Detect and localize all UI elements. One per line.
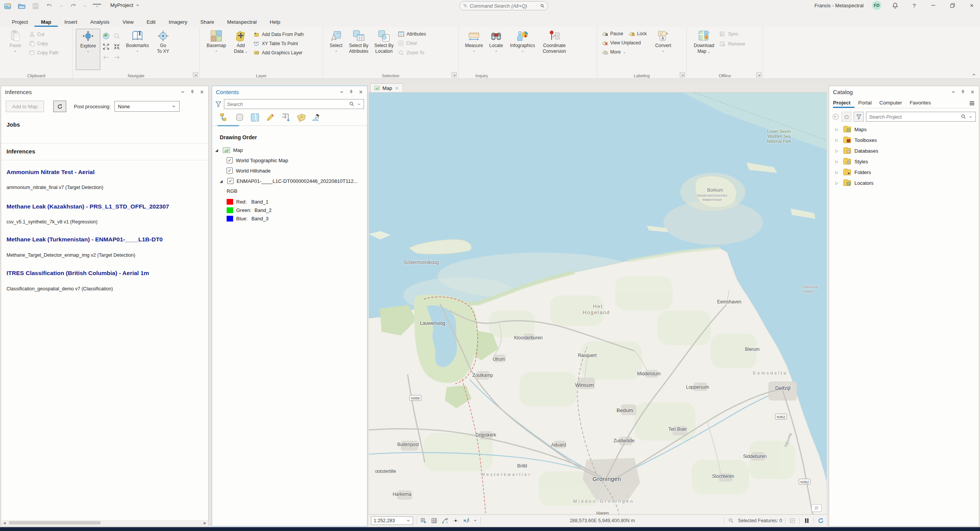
command-search[interactable]: [459, 1, 548, 10]
command-search-input[interactable]: [470, 3, 538, 9]
list-by-snapping-icon[interactable]: [281, 113, 290, 122]
clear-selected-icon[interactable]: [789, 517, 796, 524]
catalog-tab-favorites[interactable]: Favorites: [906, 98, 935, 108]
close-map-tab-icon[interactable]: [395, 86, 399, 90]
catalog-search[interactable]: [866, 112, 976, 122]
select-by-attributes-button[interactable]: Select By Attributes: [346, 29, 371, 54]
pause-labeling-button[interactable]: Pause: [602, 31, 623, 36]
scrollbar-thumb[interactable]: [9, 521, 101, 524]
next-extent-icon[interactable]: [112, 52, 122, 62]
previous-extent-icon[interactable]: [101, 52, 111, 62]
more-labeling-button[interactable]: More ⌄: [602, 49, 647, 55]
undo-icon[interactable]: [45, 2, 54, 10]
view-unplaced-button[interactable]: View Unplaced: [602, 40, 647, 46]
tree-node-layer[interactable]: ◢ ✓ ENMAP01-____L1C-DT0000002446_2022081…: [220, 178, 367, 184]
tree-node-layer[interactable]: ✓ World Hillshade: [227, 168, 367, 174]
north-arrow-icon[interactable]: N: [462, 517, 470, 524]
grid-icon[interactable]: [430, 517, 438, 524]
catalog-tab-portal[interactable]: Portal: [854, 98, 875, 108]
layout-grid-add-icon[interactable]: [420, 517, 427, 524]
tab-share[interactable]: Share: [194, 18, 220, 27]
inference-item[interactable]: Methane Leak (Turkmenistan) - ENMAP01-__…: [1, 236, 208, 258]
search-chevron-icon[interactable]: [969, 115, 973, 119]
tab-metaspectral[interactable]: Metaspectral: [220, 18, 263, 27]
user-name[interactable]: Francis - Metaspectral: [814, 3, 864, 8]
tab-project[interactable]: Project: [5, 18, 34, 27]
catalog-filter-funnel-icon[interactable]: [854, 112, 864, 122]
list-by-data-source-icon[interactable]: [235, 113, 244, 122]
infographics-button[interactable]: Infographics ⌄: [506, 29, 539, 53]
inferences-pin-icon[interactable]: [190, 90, 195, 94]
close-window-button[interactable]: [966, 1, 977, 10]
scale-select[interactable]: 1:252,283: [371, 516, 413, 525]
clear-button[interactable]: Clear: [398, 41, 426, 46]
tab-imagery[interactable]: Imagery: [162, 18, 194, 27]
customize-quick-access-icon[interactable]: [93, 4, 101, 8]
selection-dialog-launcher[interactable]: ⇲: [452, 72, 457, 77]
navigate-dialog-launcher[interactable]: ⇲: [193, 72, 198, 77]
add-data-button[interactable]: Add Data ⌄: [230, 29, 252, 54]
project-title[interactable]: MyProject: [110, 2, 140, 8]
tree-node-map[interactable]: ◢ Map: [215, 147, 367, 153]
inferences-menu-chevron-icon[interactable]: [180, 90, 185, 94]
zoom-to-button[interactable]: Zoom To: [398, 50, 426, 55]
coordinate-conversion-button[interactable]: Coordinate Conversion: [539, 29, 570, 54]
search-chevron-icon[interactable]: [357, 102, 361, 106]
attributes-button[interactable]: Attributes: [398, 31, 426, 37]
expand-icon[interactable]: ▷: [835, 149, 840, 153]
catalog-menu-icon[interactable]: [969, 100, 975, 106]
explore-button[interactable]: Explore ⌄: [76, 29, 100, 70]
layer-checkbox[interactable]: ✓: [227, 157, 233, 163]
minimize-button[interactable]: [928, 1, 939, 10]
labeling-dialog-launcher[interactable]: ⇲: [680, 72, 685, 77]
save-icon[interactable]: [31, 2, 40, 10]
catalog-item-databases[interactable]: ▷ Databases: [835, 148, 979, 154]
locate-button[interactable]: Locate ⌄: [486, 29, 506, 53]
tree-node-layer[interactable]: ✓ World Topographic Map: [227, 157, 367, 163]
catalog-pin-icon[interactable]: [960, 90, 965, 94]
notifications-bell-icon[interactable]: [890, 1, 900, 10]
offline-dialog-launcher[interactable]: ⇲: [756, 72, 761, 77]
measure-button[interactable]: Measure ⌄: [462, 29, 486, 53]
copy-button[interactable]: Copy: [29, 41, 59, 46]
layer-checkbox[interactable]: ✓: [227, 178, 234, 184]
inference-item[interactable]: Methane Leak (Kazakhstan) - PRS_L1_STD_O…: [1, 203, 208, 225]
undo-dropdown-icon[interactable]: [59, 2, 64, 10]
catalog-item-locators[interactable]: ▷ Locators: [835, 180, 979, 186]
redo-dropdown-icon[interactable]: [83, 2, 87, 10]
catalog-item-maps[interactable]: ▷ Maps: [835, 127, 979, 132]
list-by-drawing-order-icon[interactable]: [220, 113, 229, 122]
tab-map[interactable]: Map: [34, 18, 58, 27]
contents-search-input[interactable]: [227, 101, 347, 107]
inferences-close-icon[interactable]: [199, 90, 204, 94]
refresh-map-icon[interactable]: [817, 517, 825, 524]
sync-button[interactable]: Sync: [720, 31, 745, 37]
redo-icon[interactable]: [69, 2, 77, 10]
list-by-labeling-icon[interactable]: [296, 113, 305, 122]
list-by-selection-icon[interactable]: [250, 113, 260, 122]
tab-insert[interactable]: Insert: [58, 18, 84, 27]
catalog-menu-chevron-icon[interactable]: [951, 90, 956, 94]
xy-table-to-point-button[interactable]: EXYXY Table To Point: [253, 41, 304, 47]
go-to-xy-button[interactable]: Go To XY: [152, 29, 174, 54]
contents-close-icon[interactable]: [358, 90, 363, 94]
tab-analysis[interactable]: Analysis: [84, 18, 116, 27]
tab-help[interactable]: Help: [263, 18, 287, 27]
expand-collapse-icon[interactable]: ◢: [220, 179, 224, 183]
paste-button[interactable]: Paste ⌄: [3, 29, 28, 53]
scroll-left-icon[interactable]: ◀: [2, 521, 7, 525]
zoom-to-selection-icon[interactable]: [112, 31, 122, 41]
full-extent-icon[interactable]: [101, 31, 111, 41]
refresh-inferences-button[interactable]: [53, 101, 66, 112]
contents-menu-chevron-icon[interactable]: [339, 90, 344, 94]
lock-labels-button[interactable]: Lock: [629, 31, 647, 36]
inference-item[interactable]: Ammonium Nitrate Test - Aerial ammonium_…: [1, 169, 208, 190]
home-icon[interactable]: [841, 112, 851, 122]
snapping-icon[interactable]: [441, 517, 449, 524]
list-by-editing-icon[interactable]: [266, 113, 275, 122]
expand-icon[interactable]: ▷: [835, 160, 840, 164]
expand-icon[interactable]: ▷: [835, 181, 840, 185]
map-canvas[interactable]: Lower Saxon Wadden Sea National Park Bor…: [369, 93, 827, 515]
crosshair-snap-icon[interactable]: [452, 517, 459, 524]
catalog-close-icon[interactable]: [970, 90, 975, 94]
